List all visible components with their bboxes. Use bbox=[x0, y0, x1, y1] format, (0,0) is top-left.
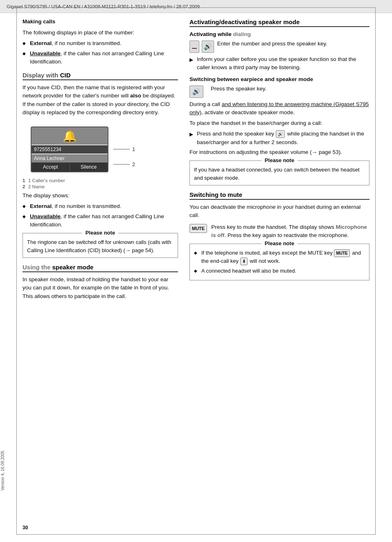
end-call-inline-icon: ⬇ bbox=[240, 257, 248, 265]
speaker-key-inline: 🔊 bbox=[276, 130, 285, 138]
inform-text: Inform your caller before you use the sp… bbox=[197, 55, 369, 72]
display-cid-body: If you have CID, then the name that is r… bbox=[23, 84, 178, 117]
silence-button: Silence bbox=[70, 163, 108, 172]
label-1-number: 1 bbox=[132, 146, 135, 152]
diamond-icon-5: ◆ bbox=[194, 250, 200, 256]
page-border-bottom bbox=[16, 534, 376, 535]
header-text: Gigaset S790/S795 / USA-CAN EN / A31008-… bbox=[7, 4, 200, 9]
place-handset-text: To place the handset in the base/charger… bbox=[189, 119, 369, 127]
diamond-icon: ◆ bbox=[23, 40, 28, 46]
speaker-key-cell: 🔊 bbox=[189, 86, 207, 98]
display-cid-heading: Display with CID bbox=[23, 72, 178, 80]
diamond-icon-2: ◆ bbox=[23, 50, 28, 56]
switching-heading: Switching between earpiece and speaker m… bbox=[189, 76, 369, 82]
phone-screen: 🔔 bbox=[32, 127, 108, 145]
phone-display-mockup: 🔔 9725551234 Anna Lechner Accept Silence bbox=[31, 126, 108, 172]
speaker-mode-heading: Using the speaker mode bbox=[23, 264, 178, 272]
bullet-unavailable-bottom: ◆ Unavailable, if the caller has not arr… bbox=[23, 212, 178, 229]
mute-key-desc: Press key to mute the handset. The displ… bbox=[211, 223, 369, 240]
speaker-mode-body: In speaker mode, instead of holding the … bbox=[23, 276, 178, 300]
during-call-text: During a call and when listening to the … bbox=[189, 100, 369, 117]
note1-content: The ringtone can be switched off for unk… bbox=[27, 238, 173, 254]
external-bottom-text: External, if no number is transmitted. bbox=[30, 202, 178, 210]
callout-2-text: 2 Name bbox=[28, 184, 45, 189]
switching-key-row: 🔊 Press the speaker key. bbox=[189, 85, 369, 98]
accept-button: Accept bbox=[32, 163, 70, 172]
phone-buttons: Accept Silence bbox=[32, 163, 108, 172]
display-shows-text: The display shows: bbox=[23, 192, 178, 200]
speaker-icon: 🔊 bbox=[189, 86, 203, 98]
diamond-icon-4: ◆ bbox=[23, 213, 28, 219]
mute-key-cell: MUTE bbox=[189, 224, 208, 233]
phone-key-icon: ⚊︎ bbox=[189, 41, 199, 53]
left-column: Making calls The following displays in p… bbox=[23, 18, 178, 522]
page-number: 30 bbox=[23, 525, 28, 531]
diagram-labels: 1 2 bbox=[113, 145, 135, 168]
unavailable-top-text: Unavailable, if the caller has not arran… bbox=[30, 50, 178, 66]
diamond-icon-6: ◆ bbox=[194, 268, 200, 274]
page-border-right bbox=[375, 7, 376, 535]
mute-key-icon: MUTE bbox=[189, 224, 207, 233]
label-1-line: 1 bbox=[113, 146, 135, 152]
activating-while-key-row: ⚊︎ 🔊 Enter the number and press the spea… bbox=[189, 40, 369, 53]
bullet-external-bottom: ◆ External, if no number is transmitted. bbox=[23, 202, 178, 210]
please-note-box-2: Please note If you have a headset connec… bbox=[189, 160, 369, 185]
arrow-icon: ▶ bbox=[189, 56, 195, 63]
page-border-top bbox=[16, 7, 376, 8]
label-dash-1 bbox=[113, 149, 130, 149]
arrow-icon-2: ▶ bbox=[189, 131, 195, 138]
note3-content: ◆ If the telephone is muted, all keys ex… bbox=[194, 249, 365, 275]
label-dash-2 bbox=[113, 164, 130, 165]
note3-bullet-1-text: If the telephone is muted, all keys exce… bbox=[201, 249, 365, 265]
page-border-left bbox=[16, 7, 17, 535]
note2-content: If you have a headset connected, you can… bbox=[194, 166, 365, 182]
please-note-box-3: Please note ◆ If the telephone is muted,… bbox=[189, 244, 369, 280]
label-2-line: 2 bbox=[113, 161, 135, 167]
making-calls-title: Making calls bbox=[23, 18, 178, 25]
note3-bullet-1: ◆ If the telephone is muted, all keys ex… bbox=[194, 249, 365, 265]
mute-inline-icon: MUTE bbox=[334, 249, 349, 257]
switching-desc: Press the speaker key. bbox=[211, 85, 369, 93]
speaker-key-icon: 🔊 bbox=[202, 41, 214, 53]
callout-2: 2 2 Name bbox=[23, 184, 178, 189]
header-bar: Gigaset S790/S795 / USA-CAN EN / A31008-… bbox=[0, 0, 392, 13]
bell-icon: 🔔 bbox=[34, 131, 105, 142]
press-hold-bullet: ▶ Press and hold the speaker key 🔊 while… bbox=[189, 130, 369, 147]
inform-bullet: ▶ Inform your caller before you use the … bbox=[189, 55, 369, 72]
instructions-text: For instructions on adjusting the speake… bbox=[189, 148, 369, 156]
switching-mute-body: You can deactivate the microphone in you… bbox=[189, 203, 369, 220]
version-text: Version 4, 16.09.2005 bbox=[0, 451, 5, 490]
external-top-text: External, if no number is transmitted. bbox=[30, 39, 178, 47]
intro-text: The following displays in place of the n… bbox=[23, 29, 178, 37]
phone-diagram: 🔔 9725551234 Anna Lechner Accept Silence… bbox=[27, 121, 178, 176]
bullet-unavailable-top: ◆ Unavailable, if the caller has not arr… bbox=[23, 50, 178, 66]
switching-mute-heading: Switching to mute bbox=[189, 191, 369, 200]
right-column: Activating/deactivating speaker mode Act… bbox=[189, 18, 369, 522]
activating-while-heading: Activating while dialing bbox=[189, 31, 369, 37]
phone-name-row: Anna Lechner bbox=[32, 154, 108, 163]
unavailable-bottom-text: Unavailable, if the caller has not arran… bbox=[30, 212, 178, 229]
note3-title: Please note bbox=[261, 240, 297, 246]
note2-title: Please note bbox=[261, 157, 297, 163]
note1-title: Please note bbox=[82, 230, 118, 236]
label-2-number: 2 bbox=[132, 161, 135, 167]
note3-bullet-2: ◆ A connected headset will also be muted… bbox=[194, 267, 365, 275]
mute-key-row: MUTE Press key to mute the handset. The … bbox=[189, 223, 369, 240]
bullet-external-top: ◆ External, if no number is transmitted. bbox=[23, 39, 178, 47]
phone-grid-icon: ⚊︎ 🔊 bbox=[189, 41, 214, 53]
activating-while-desc: Enter the number and press the speaker k… bbox=[217, 40, 369, 48]
note3-bullet-2-text: A connected headset will also be muted. bbox=[201, 267, 296, 275]
main-content: Making calls The following displays in p… bbox=[23, 18, 369, 522]
callout-1: 1 1 Caller's number bbox=[23, 178, 178, 183]
please-note-box-1: Please note The ringtone can be switched… bbox=[23, 233, 178, 258]
diamond-icon-3: ◆ bbox=[23, 203, 28, 209]
phone-number-row: 9725551234 bbox=[32, 145, 108, 154]
activating-heading: Activating/deactivating speaker mode bbox=[189, 18, 369, 27]
press-hold-text: Press and hold the speaker key 🔊 while p… bbox=[197, 130, 369, 147]
callout-1-text: 1 Caller's number bbox=[28, 178, 65, 183]
